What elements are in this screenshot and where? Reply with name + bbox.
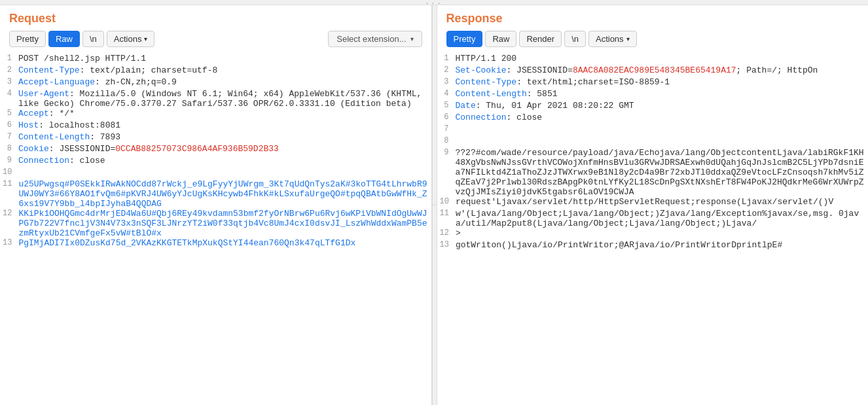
response-pretty-button[interactable]: Pretty	[446, 31, 483, 47]
request-pretty-button[interactable]: Pretty	[9, 31, 46, 47]
select-extension-button[interactable]: Select extension... ▾	[328, 31, 422, 47]
table-row: 1POST /shell2.jsp HTTP/1.1	[0, 54, 431, 65]
table-row: 10	[0, 167, 431, 179]
table-row: 6Connection: close	[437, 113, 869, 124]
request-actions-button[interactable]: Actions ▾	[107, 31, 155, 47]
table-row: 3Accept-Language: zh-CN,zh;q=0.9	[0, 77, 431, 89]
table-row: 2Content-Type: text/plain; charset=utf-8	[0, 65, 431, 77]
request-raw-button[interactable]: Raw	[48, 31, 80, 47]
table-row: 1HTTP/1.1 200	[437, 54, 869, 65]
request-panel: Request Pretty Raw \n Actions ▾ Select e…	[0, 5, 432, 405]
request-code-area[interactable]: 1POST /shell2.jsp HTTP/1.1 2Content-Type…	[0, 51, 431, 405]
panel-divider[interactable]: ⋮	[432, 5, 437, 405]
table-row: 9Connection: close	[0, 156, 431, 167]
table-row: 13PgIMjADI7Ix0DZusKd75d_2VKAzKKGTETkMpXu…	[0, 238, 431, 250]
table-row: 11w'(Ljava/lang/Object;Ljava/lang/Object…	[437, 209, 869, 228]
table-row: 11u25UPwgsq#P0SEkkIRwAkNOCdd87rWckj_e9Lg…	[0, 179, 431, 209]
table-row: 3Content-Type: text/html;charset=ISO-885…	[437, 77, 869, 89]
request-header: Request Pretty Raw \n Actions ▾ Select e…	[0, 5, 431, 51]
table-row: 4Content-Length: 5851	[437, 89, 869, 101]
table-row: 8	[437, 136, 869, 148]
select-ext-arrow-icon: ▾	[410, 35, 414, 43]
response-raw-button[interactable]: Raw	[485, 31, 516, 47]
response-code-area[interactable]: 1HTTP/1.1 200 2Set-Cookie: JSESSIONID=8A…	[437, 51, 869, 405]
table-row: 6Host: localhost:8081	[0, 120, 431, 132]
request-toolbar: Pretty Raw \n Actions ▾ Select extension…	[9, 31, 422, 47]
table-row: 8Cookie: JSESSIONID=0CCAB88257073C986A4A…	[0, 144, 431, 156]
response-header: Response Pretty Raw Render \n Actions ▾	[437, 5, 869, 51]
response-render-button[interactable]: Render	[519, 31, 562, 47]
response-toolbar: Pretty Raw Render \n Actions ▾	[446, 31, 859, 47]
response-newline-button[interactable]: \n	[564, 31, 586, 47]
table-row: 12>	[437, 228, 869, 240]
top-bar: ...	[0, 0, 868, 5]
request-actions-arrow-icon: ▾	[144, 35, 147, 43]
response-panel: Response Pretty Raw Render \n Actions ▾ …	[437, 5, 869, 405]
request-newline-button[interactable]: \n	[82, 31, 104, 47]
table-row: 12KKiPk1OOHQGmc4drMrjED4Wa6U#Qbj6REy49kv…	[0, 209, 431, 238]
response-title: Response	[446, 12, 859, 26]
response-actions-button[interactable]: Actions ▾	[588, 31, 637, 47]
table-row: 7	[437, 124, 869, 136]
table-row: 4User-Agent: Mozilla/5.0 (Windows NT 6.1…	[0, 89, 431, 109]
table-row: 13gotWriton()Ljava/io/PrintWritor;@ARjav…	[437, 240, 869, 252]
table-row: 5Date: Thu, 01 Apr 2021 08:20:22 GMT	[437, 101, 869, 113]
table-row: 10request'Ljavax/servlet/http/HttpServle…	[437, 197, 869, 209]
table-row: 7Content-Length: 7893	[0, 132, 431, 144]
response-actions-arrow-icon: ▾	[626, 35, 630, 43]
request-title: Request	[9, 12, 422, 26]
table-row: 2Set-Cookie: JSESSIONID=8AAC8A082EAC989E…	[437, 65, 869, 77]
table-row: 9??2?#com/wade/resource/payload/java/Ech…	[437, 148, 869, 197]
table-row: 5Accept: */*	[0, 109, 431, 120]
